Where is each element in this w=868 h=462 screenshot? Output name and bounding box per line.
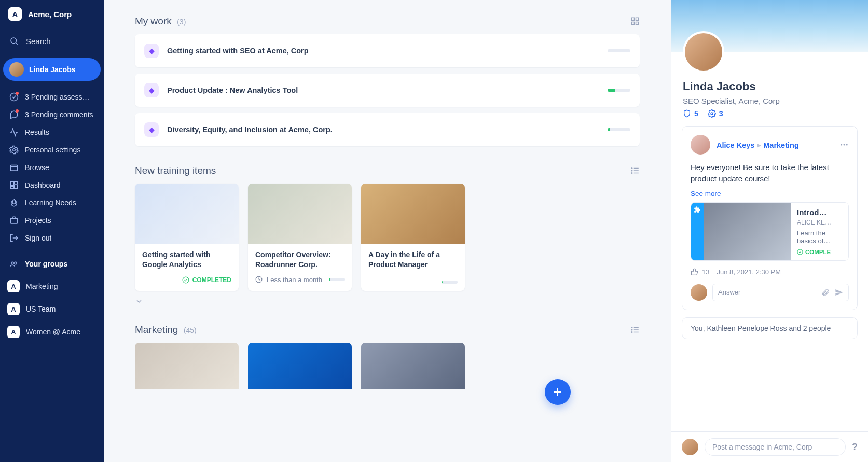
svg-rect-17 (636, 22, 639, 25)
svg-point-20 (631, 170, 632, 171)
card-thumbnail (361, 184, 465, 244)
work-item[interactable]: ◆Diversity, Equity, and Inclusion at Acm… (135, 113, 640, 146)
course-icon: ◆ (144, 44, 159, 58)
sidebar-item[interactable]: Results (0, 123, 104, 141)
shield-icon (683, 109, 691, 118)
group-name: Women @ Acme (26, 328, 80, 336)
training-card[interactable]: Getting started with Google AnalyticsCOM… (135, 184, 239, 291)
training-card[interactable]: Competitor Overview: Roadrunner Corp.Les… (248, 184, 352, 291)
training-card[interactable]: A Day in the Life of a Product Manager (361, 184, 465, 291)
svg-point-34 (711, 113, 713, 115)
profile-role: SEO Specialist, Acme, Corp (683, 96, 857, 105)
marketing-card[interactable] (248, 343, 352, 389)
group-item[interactable]: AUS Team (0, 298, 104, 320)
current-user-pill[interactable]: Linda Jacobs (3, 58, 101, 81)
notification-dot (16, 92, 19, 95)
svg-point-24 (183, 277, 189, 283)
post-attachment[interactable]: Introd… ALICE KE… Learn the basics of… C… (691, 202, 849, 261)
card-title: A Day in the Life of a Product Manager (368, 250, 458, 270)
post-timestamp: Jun 8, 2021, 2:30 PM (717, 268, 781, 276)
sidebar-item[interactable]: Learning Needs (0, 194, 104, 212)
composer-avatar (682, 439, 698, 455)
sidebar-item[interactable]: Projects (0, 212, 104, 229)
duration: Less than a month (255, 276, 322, 284)
progress-bar (608, 89, 630, 92)
search-label: Search (26, 37, 51, 46)
groups-header-label: Your groups (25, 260, 67, 268)
sidebar-item[interactable]: 3 Pending comments (0, 106, 104, 123)
more-icon (839, 140, 849, 149)
group-item[interactable]: AMarketing (0, 275, 104, 298)
search-row[interactable]: Search (0, 28, 104, 55)
send-icon[interactable] (835, 288, 843, 297)
gear-badge[interactable]: 3 (708, 109, 723, 118)
post-author[interactable]: Alice Keys (717, 141, 754, 149)
svg-point-35 (841, 144, 842, 146)
paperclip-icon[interactable] (821, 288, 830, 297)
attachment-subtitle: ALICE KE… (797, 219, 842, 226)
gear-icon (9, 145, 19, 155)
brand[interactable]: A Acme, Corp (0, 0, 104, 28)
svg-rect-6 (10, 181, 13, 186)
work-item[interactable]: ◆Product Update : New Analytics Tool (135, 74, 640, 107)
sidebar-item-label: 3 Pending comments (25, 110, 93, 119)
profile-panel: Linda Jacobs SEO Specialist, Acme, Corp … (671, 0, 868, 462)
sidebar-item-label: Dashboard (25, 181, 61, 189)
grid-view-toggle[interactable] (630, 17, 640, 26)
svg-point-0 (11, 38, 17, 44)
group-logo: A (7, 303, 20, 315)
brand-logo: A (8, 7, 22, 21)
attachment-title: Introd… (797, 208, 842, 217)
groups-header: Your groups (0, 247, 104, 275)
list-view-toggle-2[interactable] (630, 325, 640, 334)
marketing-card[interactable] (361, 343, 465, 389)
work-item-title: Diversity, Equity, and Inclusion at Acme… (167, 125, 599, 134)
post-menu[interactable] (839, 140, 849, 149)
likers-summary[interactable]: You, Kathleen Penelope Ross and 2 people (682, 317, 858, 339)
sidebar-item[interactable]: Dashboard (0, 176, 104, 194)
marketing-title: Marketing (135, 324, 178, 335)
progress-bar (329, 278, 345, 281)
list-icon (630, 325, 640, 334)
work-item-title: Getting started with SEO at Acme, Corp (167, 47, 599, 55)
svg-point-38 (797, 249, 803, 255)
marketing-card[interactable] (135, 343, 239, 389)
sidebar-item-label: Learning Needs (25, 199, 76, 207)
group-item[interactable]: AWomen @ Acme (0, 320, 104, 343)
like-count: 13 (702, 268, 709, 276)
work-item[interactable]: ◆Getting started with SEO at Acme, Corp (135, 34, 640, 67)
plus-icon (552, 386, 564, 398)
svg-point-36 (844, 144, 845, 146)
profile-avatar[interactable] (683, 31, 724, 73)
composer-input[interactable]: Post a message in Acme, Corp (705, 438, 846, 456)
post-group[interactable]: Marketing (763, 141, 799, 149)
card-thumbnail (248, 184, 352, 244)
answer-input[interactable]: Answer (712, 284, 849, 301)
dashboard-icon (9, 180, 19, 190)
card-thumbnail (135, 184, 239, 244)
progress-bar (442, 281, 458, 284)
svg-rect-16 (631, 22, 634, 25)
attachment-description: Learn the basics of… (797, 229, 842, 245)
sidebar-item[interactable]: Personal settings (0, 141, 104, 159)
sidebar-item[interactable]: Browse (0, 159, 104, 176)
briefcase-icon (9, 216, 19, 225)
sidebar-item[interactable]: Sign out (0, 229, 104, 247)
expand-training[interactable] (135, 297, 640, 305)
post-author-avatar[interactable] (691, 135, 710, 155)
shield-badge[interactable]: 5 (683, 109, 698, 118)
profile-name: Linda Jacobs (683, 80, 857, 93)
sidebar-item-label: 3 Pending assessme… (25, 93, 94, 101)
group-name: US Team (26, 305, 56, 313)
see-more-link[interactable]: See more (691, 190, 721, 198)
add-button[interactable] (545, 379, 571, 405)
like-button[interactable]: 13 (691, 268, 709, 276)
sidebar-item[interactable]: 3 Pending assessme… (0, 88, 104, 106)
marketing-count: (45) (184, 326, 197, 334)
card-title: Competitor Overview: Roadrunner Corp. (255, 250, 345, 270)
puzzle-icon (694, 206, 701, 213)
groups-icon (9, 259, 19, 269)
help-button[interactable]: ? (852, 442, 858, 453)
list-view-toggle[interactable] (630, 166, 640, 175)
svg-point-26 (631, 327, 632, 328)
